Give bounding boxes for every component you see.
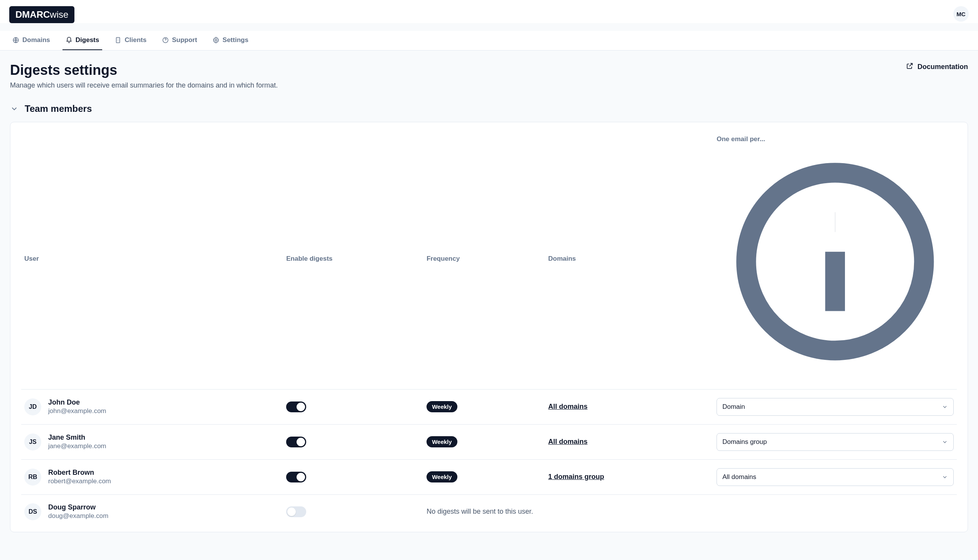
select-value: Domains group — [722, 438, 767, 446]
logo[interactable]: DMARCwise — [9, 6, 74, 23]
user-cell: RBRobert Brownrobert@example.com — [24, 469, 280, 486]
table-row: JDJohn Doejohn@example.comWeeklyAll doma… — [21, 389, 957, 424]
one-email-per-select[interactable]: Domains group — [717, 433, 954, 451]
page-content: Digests settings Documentation Manage wh… — [0, 51, 978, 544]
team-members-table: User Enable digests Frequency Domains On… — [21, 132, 957, 529]
user-avatar-small: JD — [24, 398, 41, 415]
chevron-down-icon — [942, 404, 948, 410]
building-icon — [115, 37, 121, 44]
th-enable: Enable digests — [283, 132, 423, 389]
domains-link[interactable]: All domains — [548, 403, 588, 410]
user-name: Doug Sparrow — [48, 503, 108, 511]
svg-rect-1 — [116, 37, 120, 43]
user-avatar[interactable]: MC — [953, 6, 969, 22]
domains-link[interactable]: 1 domains group — [548, 473, 604, 481]
user-name: Robert Brown — [48, 469, 111, 477]
user-avatar-small: RB — [24, 469, 41, 486]
page-title: Digests settings — [10, 62, 117, 78]
enable-digests-toggle[interactable] — [286, 401, 306, 412]
select-value: Domain — [722, 403, 745, 411]
avatar-initials: MC — [956, 11, 965, 17]
user-cell: DSDoug Sparrowdoug@example.com — [24, 503, 280, 520]
user-email: john@example.com — [48, 407, 106, 415]
bell-icon — [66, 37, 73, 44]
frequency-pill[interactable]: Weekly — [427, 471, 457, 482]
documentation-label: Documentation — [917, 63, 968, 71]
info-icon[interactable] — [717, 374, 954, 382]
enable-digests-toggle[interactable] — [286, 472, 306, 482]
chevron-down-icon — [10, 105, 19, 113]
help-icon — [162, 37, 169, 44]
user-name: John Doe — [48, 398, 106, 407]
user-avatar-small: DS — [24, 503, 41, 520]
globe-icon — [12, 37, 19, 44]
nav-clients[interactable]: Clients — [111, 31, 150, 50]
no-digest-message: No digests will be sent to this user. — [427, 508, 533, 515]
nav-domains[interactable]: Domains — [9, 31, 53, 50]
frequency-pill[interactable]: Weekly — [427, 401, 457, 412]
gear-icon — [212, 37, 219, 44]
page-subtitle: Manage which users will receive email su… — [10, 81, 968, 89]
chevron-down-icon — [942, 439, 948, 445]
select-value: All domains — [722, 473, 756, 481]
enable-digests-toggle[interactable] — [286, 437, 306, 447]
nav-support[interactable]: Support — [159, 31, 200, 50]
th-domains: Domains — [545, 132, 714, 389]
table-row: JSJane Smithjane@example.comWeeklyAll do… — [21, 424, 957, 459]
user-cell: JSJane Smithjane@example.com — [24, 433, 280, 450]
one-email-per-select[interactable]: Domain — [717, 398, 954, 416]
one-email-per-select[interactable]: All domains — [717, 468, 954, 486]
th-one-per-label: One email per... — [717, 135, 765, 143]
user-email: robert@example.com — [48, 477, 111, 485]
chevron-down-icon — [942, 474, 948, 480]
logo-text-light: wise — [50, 9, 68, 20]
th-frequency: Frequency — [423, 132, 545, 389]
external-link-icon — [906, 62, 914, 72]
th-one-per: One email per... — [713, 132, 957, 389]
nav-label: Domains — [22, 36, 50, 44]
page-header: Digests settings Documentation — [10, 62, 968, 78]
header: DMARCwise MC — [0, 0, 978, 23]
nav-label: Support — [172, 36, 197, 44]
section-title: Team members — [25, 103, 92, 114]
user-name: Jane Smith — [48, 433, 106, 442]
team-members-card: User Enable digests Frequency Domains On… — [10, 122, 968, 532]
user-email: jane@example.com — [48, 442, 106, 450]
domains-link[interactable]: All domains — [548, 438, 588, 445]
nav-digests[interactable]: Digests — [62, 31, 102, 50]
section-header[interactable]: Team members — [10, 103, 968, 114]
nav-label: Settings — [223, 36, 248, 44]
nav-settings[interactable]: Settings — [209, 31, 251, 50]
logo-text-bold: DMARC — [15, 9, 50, 20]
nav-label: Clients — [125, 36, 147, 44]
table-row: RBRobert Brownrobert@example.comWeekly1 … — [21, 459, 957, 494]
main-nav: Domains Digests Clients Support Settings — [0, 31, 978, 51]
svg-point-3 — [215, 39, 217, 41]
user-cell: JDJohn Doejohn@example.com — [24, 398, 280, 415]
nav-label: Digests — [76, 36, 99, 44]
user-avatar-small: JS — [24, 433, 41, 450]
frequency-pill[interactable]: Weekly — [427, 436, 457, 447]
user-email: doug@example.com — [48, 512, 108, 520]
documentation-link[interactable]: Documentation — [906, 62, 968, 72]
table-row: DSDoug Sparrowdoug@example.comNo digests… — [21, 494, 957, 529]
th-user: User — [21, 132, 283, 389]
enable-digests-toggle[interactable] — [286, 506, 306, 517]
